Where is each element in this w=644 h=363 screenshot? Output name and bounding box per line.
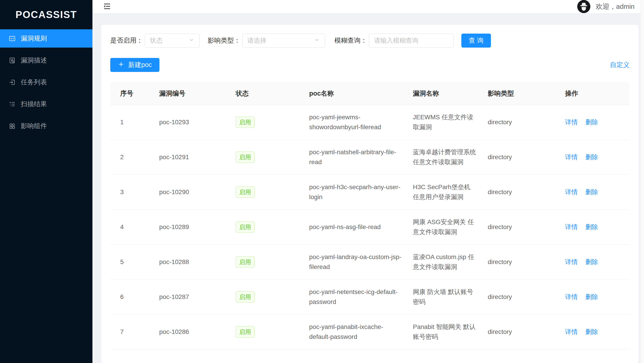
sidebar-item-vuln-desc[interactable]: 漏洞描述 [0, 51, 92, 70]
welcome-text: 欢迎，admin [596, 2, 634, 11]
delete-link[interactable]: 删除 [585, 152, 598, 162]
affect-type-select[interactable]: 请选择 [242, 34, 325, 48]
affect-type: directory [488, 251, 565, 273]
delete-link[interactable]: 删除 [585, 292, 598, 302]
sidebar-item-label: 漏洞规则 [21, 34, 47, 43]
chevron-down-icon [188, 37, 194, 44]
fuzzy-filter-label: 模糊查询： [334, 36, 367, 45]
poc-name: poc-yaml-netentsec-icg-default-password [309, 281, 413, 313]
vuln-id: poc-10290 [159, 181, 236, 203]
content-area: 是否启用： 状态 影响类型： 请选择 模糊查询： 查 询 [92, 13, 644, 363]
sidebar-item-vuln-rules[interactable]: 漏洞规则 [0, 29, 92, 48]
row-index: 3 [110, 181, 159, 203]
affect-type: directory [488, 146, 565, 168]
delete-link[interactable]: 删除 [585, 327, 598, 337]
vuln-name: 蓝凌OA custom.jsp 任意文件读取漏洞 [413, 246, 488, 278]
status-badge: 启用 [236, 256, 254, 268]
status-badge: 启用 [236, 116, 254, 128]
vuln-name: H3C SecParh堡垒机 任意用户登录漏洞 [413, 176, 488, 208]
detail-link[interactable]: 详情 [565, 257, 578, 267]
column-header: 序号 [110, 82, 159, 104]
detail-link[interactable]: 详情 [565, 292, 578, 302]
column-header: 影响类型 [488, 82, 565, 104]
sidebar-item-label: 影响组件 [21, 122, 47, 130]
scrollbar[interactable] [640, 0, 644, 363]
status-select-placeholder: 状态 [150, 36, 162, 45]
delete-link[interactable]: 删除 [585, 117, 598, 127]
menu-fold-icon[interactable] [103, 2, 112, 11]
affect-select-placeholder: 请选择 [247, 36, 266, 45]
affect-type: directory [488, 286, 565, 308]
login-icon [8, 79, 16, 86]
affect-type: directory [488, 181, 565, 203]
sidebar-item-label: 扫描结果 [21, 100, 47, 109]
column-header: 漏洞编号 [159, 82, 236, 104]
actions-cell: 详情删除 [565, 286, 630, 308]
vuln-name: JEEWMS 任意文件读取漏洞 [413, 106, 488, 138]
row-index: 4 [110, 216, 159, 238]
status-cell: 启用 [236, 145, 309, 169]
user-avatar[interactable] [577, 0, 590, 13]
sidebar-item-task-list[interactable]: 任务列表 [0, 73, 92, 91]
poc-name: poc-yaml-ns-asg-file-read [309, 216, 413, 238]
actions-cell: 详情删除 [565, 320, 630, 343]
new-poc-button[interactable]: 新建poc [110, 58, 160, 72]
detail-link[interactable]: 详情 [565, 187, 578, 197]
table-row: 6poc-10287启用poc-yaml-netentsec-icg-defau… [110, 280, 630, 314]
table-row: 4poc-10289启用poc-yaml-ns-asg-file-read网康 … [110, 210, 630, 245]
delete-link[interactable]: 删除 [585, 187, 598, 197]
sidebar-item-label: 漏洞描述 [21, 56, 47, 65]
row-index: 1 [110, 111, 159, 134]
detail-link[interactable]: 详情 [565, 117, 578, 127]
delete-link[interactable]: 删除 [585, 257, 598, 267]
vuln-name: 网康 ASG安全网关 任意文件读取漏洞 [413, 211, 488, 243]
detail-link[interactable]: 详情 [565, 327, 578, 337]
column-header: 漏洞名称 [413, 82, 488, 104]
status-cell: 启用 [236, 320, 309, 344]
vuln-name: 蓝海卓越计费管理系统 任意文件读取漏洞 [413, 141, 488, 174]
search-button[interactable]: 查 询 [461, 34, 491, 48]
status-cell: 启用 [236, 110, 309, 134]
detail-link[interactable]: 详情 [565, 222, 578, 232]
status-badge: 启用 [236, 186, 254, 198]
sidebar-menu: 漏洞规则 漏洞描述 任务列表 扫描结果 影响组件 [0, 29, 92, 135]
poc-name: poc-yaml-landray-oa-custom-jsp-fileread [309, 246, 413, 278]
sidebar: POCASSIST 漏洞规则 漏洞描述 任务列表 扫描结果 [0, 0, 92, 363]
poc-name: poc-yaml-panabit-ixcache-default-passwor… [309, 316, 413, 348]
sidebar-item-scan-results[interactable]: 扫描结果 [0, 95, 92, 113]
column-header: 操作 [565, 82, 630, 104]
affect-filter-label: 影响类型： [208, 36, 240, 45]
status-badge: 启用 [236, 152, 254, 163]
vuln-id: poc-10287 [159, 286, 236, 308]
status-badge: 启用 [236, 291, 254, 302]
delete-link[interactable]: 删除 [585, 222, 598, 232]
actions-cell: 详情删除 [565, 146, 630, 168]
sidebar-item-label: 任务列表 [21, 78, 47, 87]
detail-link[interactable]: 详情 [565, 152, 578, 162]
table-row: 2poc-10291启用poc-yaml-natshell-arbitrary-… [110, 140, 630, 175]
row-index: 7 [110, 320, 159, 343]
table-header: 序号 漏洞编号 状态 poc名称 漏洞名称 影响类型 操作 [110, 82, 630, 105]
poc-rules-card: 是否启用： 状态 影响类型： 请选择 模糊查询： 查 询 [101, 25, 638, 363]
vuln-id: poc-10293 [159, 111, 236, 134]
row-index: 6 [110, 286, 159, 308]
poc-name: poc-yaml-jeewms-showordownbyurl-fileread [309, 106, 413, 138]
status-badge: 启用 [236, 222, 254, 233]
poc-table: 序号 漏洞编号 状态 poc名称 漏洞名称 影响类型 操作 1poc-10293… [110, 82, 630, 350]
status-select[interactable]: 状态 [145, 34, 200, 48]
toolbar: 新建poc 自定义 [110, 58, 630, 72]
vuln-name: Panabit 智能网关 默认账号密码 [413, 316, 488, 348]
customize-link[interactable]: 自定义 [610, 60, 630, 70]
actions-cell: 详情删除 [565, 216, 630, 238]
status-cell: 启用 [236, 215, 309, 239]
fuzzy-search-input[interactable] [369, 34, 454, 48]
filter-bar: 是否启用： 状态 影响类型： 请选择 模糊查询： 查 询 [110, 34, 630, 48]
table-row: 5poc-10288启用poc-yaml-landray-oa-custom-j… [110, 245, 630, 280]
status-cell: 启用 [236, 180, 309, 204]
components-icon [8, 122, 16, 130]
vuln-id: poc-10288 [159, 251, 236, 273]
sidebar-item-affected-components[interactable]: 影响组件 [0, 117, 92, 135]
table-row: 3poc-10290启用poc-yaml-h3c-secparh-any-use… [110, 175, 630, 210]
status-cell: 启用 [236, 250, 309, 274]
vuln-id: poc-10289 [159, 216, 236, 238]
